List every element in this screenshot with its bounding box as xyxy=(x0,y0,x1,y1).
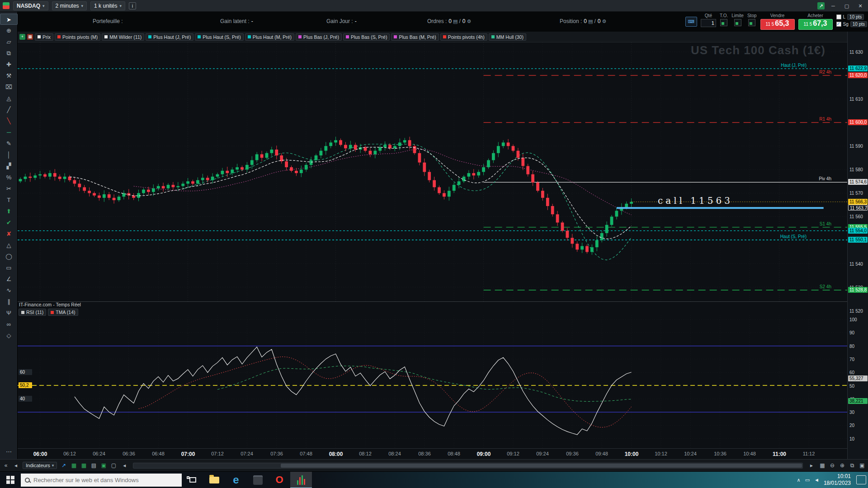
scroll-left-icon[interactable]: ◂ xyxy=(120,461,128,469)
move-tool-icon[interactable]: ✚ xyxy=(0,59,18,70)
parallel-tool-icon[interactable]: ∥ xyxy=(0,296,18,307)
fullscreen-icon[interactable]: ⧉ xyxy=(848,461,856,469)
opera-icon[interactable]: O xyxy=(269,472,290,488)
legend-item[interactable]: Points pivots (4h) xyxy=(440,33,487,41)
add-indicator-icon[interactable]: + xyxy=(19,34,25,40)
horizontal-scrollbar[interactable] xyxy=(133,463,803,469)
fibonacci-tool-icon[interactable]: % xyxy=(0,172,18,183)
rect-tool-icon[interactable]: ▭ xyxy=(0,262,18,273)
app-window-icon[interactable] xyxy=(247,472,269,488)
legend-item[interactable]: Plus Bas (J, Pré) xyxy=(296,33,342,41)
pen-tool-icon[interactable]: ✎ xyxy=(0,138,18,149)
rsi-legend-item[interactable]: RSI (11) xyxy=(19,309,46,316)
step-back-icon[interactable]: ◂ xyxy=(12,461,20,469)
to-order-icon[interactable] xyxy=(720,19,727,26)
rsi-legend-item[interactable]: TMA (14) xyxy=(48,309,78,316)
option-checkbox[interactable] xyxy=(836,14,841,19)
delete-tool-icon[interactable]: ⌧ xyxy=(0,81,18,93)
search-input[interactable] xyxy=(33,477,169,483)
quantity-input[interactable] xyxy=(701,19,716,27)
instrument-dropdown[interactable]: NASDAQ xyxy=(13,1,48,10)
ray-tool-icon[interactable]: ╲ xyxy=(0,115,18,127)
file-explorer-icon[interactable] xyxy=(203,472,225,488)
legend-item[interactable]: Points pivots (M) xyxy=(55,33,100,41)
copy-tool-icon[interactable]: ⧉ xyxy=(0,47,18,59)
eraser-tool-icon[interactable]: ▱ xyxy=(0,36,18,47)
cross-tool-icon[interactable]: ✘ xyxy=(0,228,18,239)
rsi-chart-canvas[interactable] xyxy=(18,315,847,448)
orders-list-icon[interactable]: ▤ xyxy=(453,19,458,24)
diamond-tool-icon[interactable]: ◇ xyxy=(0,330,18,341)
more-tools-icon[interactable]: ⋯ xyxy=(0,446,18,457)
angle-tool-icon[interactable]: ∠ xyxy=(0,273,18,285)
scroll-right-icon[interactable]: ▸ xyxy=(807,461,816,469)
taskbar-search[interactable] xyxy=(21,474,182,487)
points-chip[interactable]: 10 pts xyxy=(850,21,867,27)
zoom-in-icon[interactable]: ⊕ xyxy=(838,461,846,469)
ellipse-tool-icon[interactable]: ◯ xyxy=(0,251,18,262)
main-chart-canvas[interactable]: Haut (J, Pré)R2 4hR1 4hPiv 4hS1 4hHaut (… xyxy=(18,42,847,301)
task-view-icon[interactable] xyxy=(182,472,203,488)
minimize-button[interactable]: ─ xyxy=(828,2,838,10)
popout-icon[interactable]: ↗ xyxy=(817,2,825,9)
indicateurs-dropdown[interactable]: Indicateurs xyxy=(23,462,57,469)
buy-button[interactable]: 11 567,3 xyxy=(798,19,833,30)
wave-tool-icon[interactable]: ∿ xyxy=(0,285,18,296)
zoom-tool-icon[interactable]: ⊕ xyxy=(0,25,18,36)
price-axis[interactable]: 11 63011 61011 59011 58011 57011 56011 5… xyxy=(847,32,868,459)
points-chip[interactable]: 10 pts xyxy=(847,14,864,20)
option-checkbox[interactable] xyxy=(836,22,841,27)
edge-icon[interactable]: e xyxy=(225,472,247,488)
position-list-icon[interactable]: ▤ xyxy=(588,19,593,24)
start-button[interactable] xyxy=(0,472,21,488)
grid-icon[interactable]: ▦ xyxy=(80,461,88,469)
trendline-tool-icon[interactable]: ╱ xyxy=(0,104,18,115)
report-icon[interactable]: ▤ xyxy=(90,461,98,469)
close-button[interactable]: ✕ xyxy=(855,2,865,10)
calendar-icon[interactable]: ▦ xyxy=(818,461,826,469)
hidden-icons-icon[interactable]: ∧ xyxy=(797,477,801,483)
stop-order-icon[interactable] xyxy=(748,19,755,26)
legend-item[interactable]: Prix xyxy=(35,33,53,41)
alert-tool-icon[interactable]: ◬ xyxy=(0,93,18,104)
time-axis[interactable]: 06:0006:1206:2406:3606:4807:0007:1207:24… xyxy=(18,448,847,459)
print-icon[interactable]: ▣ xyxy=(99,461,108,469)
pitchfork-tool-icon[interactable]: Ψ xyxy=(0,307,18,319)
legend-item[interactable]: Plus Bas (M, Pré) xyxy=(391,33,439,41)
orders-settings-icon[interactable]: ⚙ xyxy=(467,19,471,24)
share-icon[interactable]: ↗ xyxy=(60,461,68,469)
arrow-up-tool-icon[interactable]: ⬆ xyxy=(0,206,18,217)
notification-center-icon[interactable] xyxy=(856,475,866,484)
table-icon[interactable]: ▦ xyxy=(70,461,78,469)
channel-tool-icon[interactable]: ▞ xyxy=(0,160,18,172)
keyboard-icon[interactable]: ⌨ xyxy=(685,17,697,27)
info-icon[interactable]: i xyxy=(129,2,136,9)
timeframe-dropdown[interactable]: 2 minutes xyxy=(52,1,87,10)
legend-item[interactable]: Plus Bas (S, Pré) xyxy=(343,33,390,41)
scrollbar-thumb[interactable] xyxy=(281,464,802,468)
collapse-panel-icon[interactable]: « xyxy=(2,461,10,469)
zoom-out-icon[interactable]: ⊖ xyxy=(828,461,836,469)
text-tool-icon[interactable]: T xyxy=(0,194,18,206)
triangle-tool-icon[interactable]: △ xyxy=(0,239,18,251)
legend-item[interactable]: Plus Haut (M, Pré) xyxy=(245,33,294,41)
cycle-tool-icon[interactable]: ∞ xyxy=(0,319,18,330)
legend-item[interactable]: Plus Haut (S, Pré) xyxy=(195,33,244,41)
snapshot-icon[interactable]: ▢ xyxy=(109,461,118,469)
units-dropdown[interactable]: 1 k unités xyxy=(90,1,125,10)
settings-tool-icon[interactable]: ⚒ xyxy=(0,70,18,81)
trading-app-icon[interactable] xyxy=(290,472,312,488)
cut-tool-icon[interactable]: ✂ xyxy=(0,183,18,194)
hline-tool-icon[interactable]: ─ xyxy=(0,127,18,138)
position-settings-icon[interactable]: ⚙ xyxy=(602,19,606,24)
select-tool-icon[interactable]: ➤ xyxy=(0,14,18,25)
vline-tool-icon[interactable]: │ xyxy=(0,149,18,160)
legend-item[interactable]: Plus Haut (J, Pré) xyxy=(146,33,193,41)
legend-item[interactable]: MM Wilder (11) xyxy=(102,33,144,41)
display-icon[interactable]: ▭ xyxy=(805,477,810,483)
call-annotation[interactable]: call 11563 xyxy=(658,195,733,206)
legend-item[interactable]: MM Hull (30) xyxy=(489,33,526,41)
maximize-button[interactable]: ▢ xyxy=(842,2,852,10)
lock-view-icon[interactable]: ▣ xyxy=(858,461,866,469)
volume-icon[interactable]: ◄ xyxy=(814,477,819,483)
